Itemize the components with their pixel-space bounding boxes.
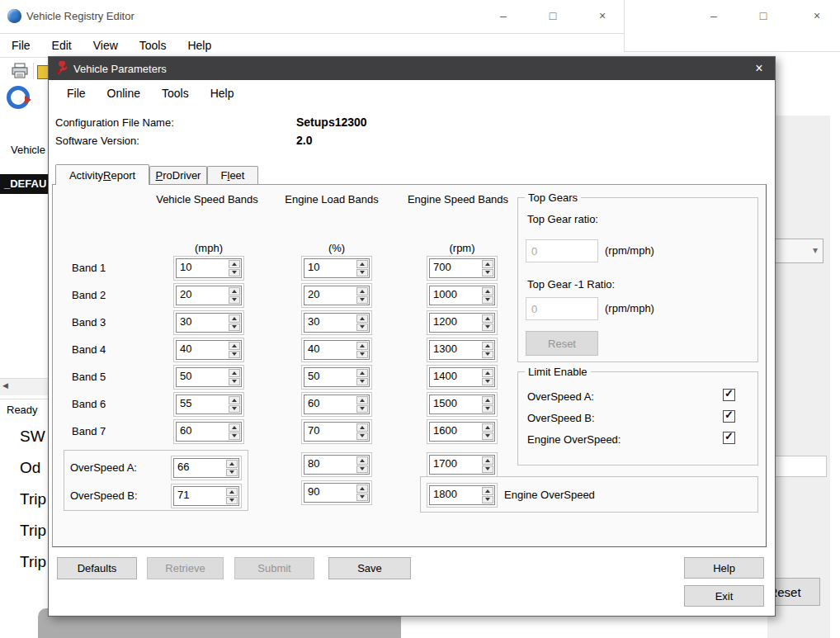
spin-down-button[interactable] [356, 494, 368, 502]
engine-load-spinner[interactable]: 90 [301, 480, 372, 505]
spin-up-button[interactable] [482, 396, 493, 404]
spin-down-button[interactable] [482, 296, 493, 305]
spin-up-button[interactable] [229, 423, 240, 432]
engine-speed-spinner[interactable]: 1200 [427, 310, 498, 335]
dialog-close-button[interactable]: × [743, 57, 775, 80]
spin-up-button[interactable] [356, 484, 368, 493]
spin-down-button[interactable] [229, 324, 240, 332]
exit-button[interactable]: Exit [684, 585, 764, 607]
tab-activity-report[interactable]: Activity Report [55, 164, 149, 185]
spin-up-button[interactable] [482, 456, 493, 465]
top-gear-minus1-ratio-input[interactable]: 0 [526, 297, 598, 320]
spin-up-button[interactable] [482, 487, 493, 495]
engine-overspeed-checkbox[interactable] [723, 432, 735, 444]
vehicle-speed-spinner[interactable]: 40 [173, 338, 244, 362]
spin-up-button[interactable] [229, 287, 240, 295]
vehicle-speed-spinner[interactable]: 30 [173, 310, 244, 335]
vehicle-speed-spinner[interactable]: 10 [173, 256, 244, 281]
menu-file[interactable]: File [12, 39, 31, 52]
tab-fleet[interactable]: Fleet [207, 166, 258, 184]
top-gears-reset-button[interactable]: Reset [526, 331, 598, 356]
spin-down-button[interactable] [226, 497, 238, 505]
engine-load-spinner[interactable]: 10 [301, 256, 372, 281]
chevron-down-icon[interactable]: ▾ [813, 244, 818, 256]
spin-up-button[interactable] [356, 369, 368, 377]
help-button[interactable]: Help [684, 557, 764, 579]
engine-overspeed-spinner[interactable]: 1800 [427, 483, 498, 508]
spin-up-button[interactable] [226, 488, 238, 496]
spin-down-button[interactable] [229, 351, 240, 359]
engine-load-spinner[interactable]: 40 [301, 338, 372, 362]
engine-load-spinner[interactable]: 30 [301, 310, 372, 335]
menu-file[interactable]: File [67, 87, 86, 100]
spin-up-button[interactable] [482, 342, 493, 350]
spin-up-button[interactable] [356, 287, 368, 295]
spin-down-button[interactable] [482, 496, 493, 504]
spin-up-button[interactable] [229, 260, 240, 268]
overspeed-b-checkbox[interactable] [723, 410, 735, 423]
menu-help[interactable]: Help [187, 39, 211, 52]
list-item[interactable]: Trip [20, 522, 46, 540]
spin-down-button[interactable] [356, 378, 368, 386]
close-button[interactable]: × [805, 7, 829, 25]
text-field[interactable] [774, 456, 827, 477]
dialog-titlebar[interactable]: Vehicle Parameters × [49, 57, 775, 80]
spin-down-button[interactable] [226, 469, 238, 477]
vehicle-speed-spinner[interactable]: 50 [173, 365, 244, 390]
menu-view[interactable]: View [93, 39, 118, 52]
engine-load-spinner[interactable]: 70 [301, 419, 372, 444]
spin-down-button[interactable] [356, 324, 368, 332]
spin-down-button[interactable] [482, 269, 493, 277]
defaults-button[interactable]: Defaults [57, 557, 137, 579]
spin-up-button[interactable] [229, 369, 240, 377]
spin-up-button[interactable] [229, 396, 240, 404]
spin-up-button[interactable] [356, 456, 368, 465]
spin-up-button[interactable] [482, 314, 493, 323]
overspeed-a-spinner[interactable]: 66 [171, 456, 242, 480]
menu-tools[interactable]: Tools [139, 39, 167, 52]
vehicle-speed-spinner[interactable]: 60 [173, 419, 244, 444]
tab-prodriver[interactable]: ProDriver [149, 166, 207, 184]
spin-up-button[interactable] [356, 342, 368, 350]
spin-down-button[interactable] [229, 269, 240, 277]
spin-up-button[interactable] [482, 260, 493, 268]
spin-down-button[interactable] [356, 466, 368, 474]
retrieve-button[interactable]: Retrieve [147, 557, 224, 579]
print-icon[interactable] [11, 63, 29, 83]
vehicle-speed-spinner[interactable]: 20 [173, 283, 244, 308]
spin-down-button[interactable] [356, 405, 368, 414]
spin-down-button[interactable] [482, 405, 493, 414]
save-button[interactable]: Save [328, 557, 411, 579]
spin-up-button[interactable] [482, 287, 493, 295]
engine-speed-spinner[interactable]: 1400 [427, 365, 498, 390]
spin-up-button[interactable] [356, 396, 368, 404]
sidebar-selected-item[interactable]: _DEFAU [0, 174, 50, 194]
spin-up-button[interactable] [356, 423, 368, 432]
engine-speed-spinner[interactable]: 1500 [427, 392, 498, 417]
spin-up-button[interactable] [356, 314, 368, 323]
spin-down-button[interactable] [229, 405, 240, 414]
spin-up-button[interactable] [229, 314, 240, 323]
spin-down-button[interactable] [229, 432, 240, 441]
maximize-button[interactable]: □ [540, 7, 565, 25]
close-button[interactable]: × [590, 7, 615, 25]
menu-tools[interactable]: Tools [162, 87, 189, 100]
list-item[interactable]: Od [20, 459, 40, 477]
engine-speed-spinner[interactable]: 1000 [427, 283, 498, 308]
engine-speed-spinner[interactable]: 1600 [427, 419, 498, 444]
engine-speed-spinner[interactable]: 700 [427, 256, 498, 281]
menu-online[interactable]: Online [107, 87, 140, 100]
engine-speed-spinner[interactable]: 1700 [427, 452, 498, 477]
spin-down-button[interactable] [482, 351, 493, 359]
engine-load-spinner[interactable]: 60 [301, 392, 372, 417]
engine-load-spinner[interactable]: 50 [301, 365, 372, 390]
overspeed-a-checkbox[interactable] [723, 389, 735, 401]
spin-down-button[interactable] [482, 324, 493, 332]
engine-speed-spinner[interactable]: 1300 [427, 338, 498, 362]
spin-down-button[interactable] [229, 296, 240, 305]
spin-down-button[interactable] [482, 378, 493, 386]
scroll-left-icon[interactable]: ◀ [2, 381, 8, 390]
horizontal-scrollbar[interactable]: ◀ [0, 378, 48, 395]
menu-help[interactable]: Help [210, 87, 234, 100]
spin-up-button[interactable] [482, 369, 493, 377]
